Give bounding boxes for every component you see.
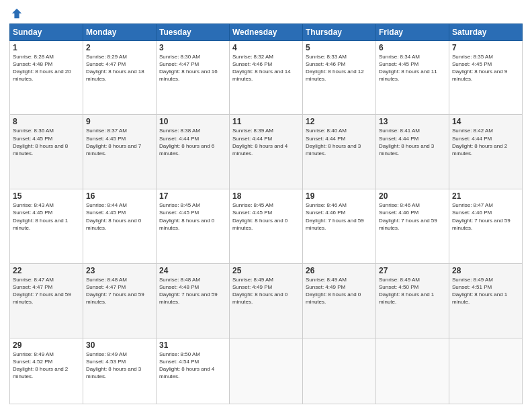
- header-row: Sunday Monday Tuesday Wednesday Thursday…: [10, 24, 523, 40]
- calendar-cell: 27 Sunrise: 8:49 AMSunset: 4:50 PMDaylig…: [376, 263, 449, 338]
- day-info: Sunrise: 8:37 AMSunset: 4:45 PMDaylight:…: [86, 128, 141, 156]
- day-info: Sunrise: 8:36 AMSunset: 4:45 PMDaylight:…: [13, 128, 68, 156]
- calendar-cell: 25 Sunrise: 8:49 AMSunset: 4:49 PMDaylig…: [230, 263, 303, 338]
- calendar-cell: 20 Sunrise: 8:46 AMSunset: 4:46 PMDaylig…: [376, 189, 449, 264]
- day-info: Sunrise: 8:33 AMSunset: 4:46 PMDaylight:…: [306, 54, 364, 83]
- day-number: 27: [379, 266, 446, 275]
- calendar-week-5: 29 Sunrise: 8:49 AMSunset: 4:52 PMDaylig…: [10, 338, 523, 404]
- day-info: Sunrise: 8:47 AMSunset: 4:46 PMDaylight:…: [452, 202, 511, 231]
- calendar-cell: 31 Sunrise: 8:50 AMSunset: 4:54 PMDaylig…: [157, 338, 230, 404]
- calendar-cell: 3 Sunrise: 8:30 AMSunset: 4:47 PMDayligh…: [157, 40, 230, 115]
- logo-icon: [11, 7, 23, 19]
- day-info: Sunrise: 8:49 AMSunset: 4:49 PMDaylight:…: [232, 277, 287, 306]
- day-info: Sunrise: 8:45 AMSunset: 4:45 PMDaylight:…: [159, 202, 214, 231]
- day-number: 6: [379, 43, 446, 52]
- calendar-cell: 1 Sunrise: 8:28 AMSunset: 4:48 PMDayligh…: [10, 40, 83, 115]
- day-number: 31: [159, 340, 226, 350]
- calendar-cell: 21 Sunrise: 8:47 AMSunset: 4:46 PMDaylig…: [449, 189, 523, 264]
- day-info: Sunrise: 8:49 AMSunset: 4:52 PMDaylight:…: [13, 351, 68, 380]
- day-number: 4: [232, 43, 300, 52]
- day-info: Sunrise: 8:44 AMSunset: 4:45 PMDaylight:…: [86, 202, 141, 231]
- logo: [9, 7, 24, 19]
- day-info: Sunrise: 8:43 AMSunset: 4:45 PMDaylight:…: [13, 202, 68, 231]
- day-number: 22: [13, 266, 80, 275]
- day-number: 2: [86, 43, 153, 52]
- calendar-cell: [449, 338, 523, 404]
- day-number: 20: [379, 191, 446, 201]
- calendar-cell: [376, 338, 449, 404]
- day-info: Sunrise: 8:47 AMSunset: 4:47 PMDaylight:…: [13, 277, 71, 306]
- day-number: 11: [232, 117, 300, 126]
- calendar-cell: 26 Sunrise: 8:49 AMSunset: 4:49 PMDaylig…: [303, 263, 376, 338]
- calendar-cell: [303, 338, 376, 404]
- calendar-cell: [230, 338, 303, 404]
- calendar-cell: 18 Sunrise: 8:45 AMSunset: 4:45 PMDaylig…: [230, 189, 303, 264]
- day-info: Sunrise: 8:38 AMSunset: 4:44 PMDaylight:…: [159, 128, 214, 156]
- day-info: Sunrise: 8:46 AMSunset: 4:46 PMDaylight:…: [379, 202, 437, 231]
- day-number: 16: [86, 191, 153, 201]
- day-number: 3: [159, 43, 226, 52]
- day-info: Sunrise: 8:49 AMSunset: 4:51 PMDaylight:…: [452, 277, 507, 306]
- day-number: 13: [379, 117, 446, 126]
- day-number: 28: [452, 266, 519, 275]
- calendar-table: Sunday Monday Tuesday Wednesday Thursday…: [9, 24, 523, 404]
- col-thursday: Thursday: [303, 24, 376, 40]
- day-info: Sunrise: 8:49 AMSunset: 4:50 PMDaylight:…: [379, 277, 434, 306]
- col-tuesday: Tuesday: [157, 24, 230, 40]
- day-number: 10: [159, 117, 226, 126]
- calendar-cell: 17 Sunrise: 8:45 AMSunset: 4:45 PMDaylig…: [157, 189, 230, 264]
- col-wednesday: Wednesday: [230, 24, 303, 40]
- calendar-cell: 30 Sunrise: 8:49 AMSunset: 4:53 PMDaylig…: [83, 338, 157, 404]
- calendar-cell: 13 Sunrise: 8:41 AMSunset: 4:44 PMDaylig…: [376, 115, 449, 189]
- header: [9, 7, 523, 19]
- calendar-cell: 5 Sunrise: 8:33 AMSunset: 4:46 PMDayligh…: [303, 40, 376, 115]
- calendar-cell: 10 Sunrise: 8:38 AMSunset: 4:44 PMDaylig…: [157, 115, 230, 189]
- day-number: 8: [13, 117, 80, 126]
- calendar-cell: 6 Sunrise: 8:34 AMSunset: 4:45 PMDayligh…: [376, 40, 449, 115]
- day-info: Sunrise: 8:39 AMSunset: 4:44 PMDaylight:…: [232, 128, 287, 156]
- col-saturday: Saturday: [449, 24, 523, 40]
- day-number: 14: [452, 117, 519, 126]
- day-number: 21: [452, 191, 519, 201]
- day-number: 25: [232, 266, 300, 275]
- day-info: Sunrise: 8:28 AMSunset: 4:48 PMDaylight:…: [13, 54, 71, 83]
- day-info: Sunrise: 8:41 AMSunset: 4:44 PMDaylight:…: [379, 128, 434, 156]
- calendar-week-1: 1 Sunrise: 8:28 AMSunset: 4:48 PMDayligh…: [10, 40, 523, 115]
- calendar-cell: 12 Sunrise: 8:40 AMSunset: 4:44 PMDaylig…: [303, 115, 376, 189]
- day-info: Sunrise: 8:29 AMSunset: 4:47 PMDaylight:…: [86, 54, 144, 83]
- day-number: 26: [306, 266, 373, 275]
- calendar-cell: 19 Sunrise: 8:46 AMSunset: 4:46 PMDaylig…: [303, 189, 376, 264]
- calendar-cell: 7 Sunrise: 8:35 AMSunset: 4:45 PMDayligh…: [449, 40, 523, 115]
- calendar-cell: 4 Sunrise: 8:32 AMSunset: 4:46 PMDayligh…: [230, 40, 303, 115]
- calendar-cell: 2 Sunrise: 8:29 AMSunset: 4:47 PMDayligh…: [83, 40, 157, 115]
- day-info: Sunrise: 8:48 AMSunset: 4:48 PMDaylight:…: [159, 277, 218, 306]
- col-friday: Friday: [376, 24, 449, 40]
- day-info: Sunrise: 8:45 AMSunset: 4:45 PMDaylight:…: [232, 202, 287, 231]
- calendar-cell: 22 Sunrise: 8:47 AMSunset: 4:47 PMDaylig…: [10, 263, 83, 338]
- day-number: 18: [232, 191, 300, 201]
- day-number: 23: [86, 266, 153, 275]
- calendar-cell: 28 Sunrise: 8:49 AMSunset: 4:51 PMDaylig…: [449, 263, 523, 338]
- day-number: 19: [306, 191, 373, 201]
- day-number: 12: [306, 117, 373, 126]
- day-info: Sunrise: 8:34 AMSunset: 4:45 PMDaylight:…: [379, 54, 437, 83]
- col-sunday: Sunday: [10, 24, 83, 40]
- day-number: 7: [452, 43, 519, 52]
- day-number: 15: [13, 191, 80, 201]
- day-info: Sunrise: 8:49 AMSunset: 4:53 PMDaylight:…: [86, 351, 141, 380]
- calendar-cell: 14 Sunrise: 8:42 AMSunset: 4:44 PMDaylig…: [449, 115, 523, 189]
- day-info: Sunrise: 8:50 AMSunset: 4:54 PMDaylight:…: [159, 351, 214, 380]
- day-number: 5: [306, 43, 373, 52]
- calendar-cell: 9 Sunrise: 8:37 AMSunset: 4:45 PMDayligh…: [83, 115, 157, 189]
- day-info: Sunrise: 8:32 AMSunset: 4:46 PMDaylight:…: [232, 54, 291, 83]
- calendar-cell: 15 Sunrise: 8:43 AMSunset: 4:45 PMDaylig…: [10, 189, 83, 264]
- calendar-cell: 11 Sunrise: 8:39 AMSunset: 4:44 PMDaylig…: [230, 115, 303, 189]
- calendar-week-2: 8 Sunrise: 8:36 AMSunset: 4:45 PMDayligh…: [10, 115, 523, 189]
- day-info: Sunrise: 8:40 AMSunset: 4:44 PMDaylight:…: [306, 128, 361, 156]
- day-number: 29: [13, 340, 80, 350]
- calendar-page: Sunday Monday Tuesday Wednesday Thursday…: [0, 0, 532, 411]
- day-info: Sunrise: 8:30 AMSunset: 4:47 PMDaylight:…: [159, 54, 218, 83]
- calendar-cell: 8 Sunrise: 8:36 AMSunset: 4:45 PMDayligh…: [10, 115, 83, 189]
- day-number: 9: [86, 117, 153, 126]
- day-number: 24: [159, 266, 226, 275]
